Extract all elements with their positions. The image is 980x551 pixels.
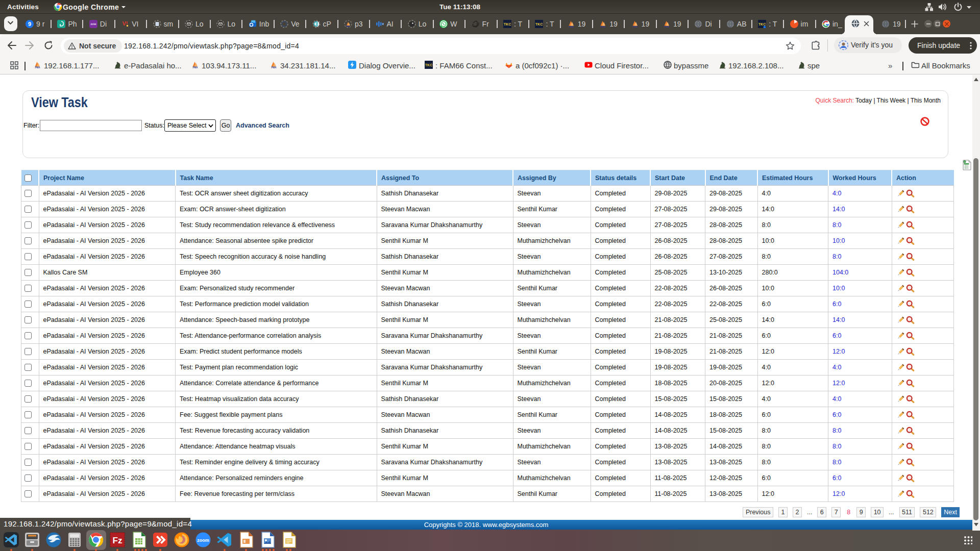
svg-text:TKC: TKC <box>535 22 543 26</box>
svg-text:TKC: TKC <box>425 63 432 67</box>
svg-text:dolat: dolat <box>90 22 96 26</box>
svg-text:PMA: PMA <box>346 26 350 28</box>
svg-text:Fz: Fz <box>113 536 122 545</box>
svg-text:PMA: PMA <box>601 26 606 28</box>
svg-text:PMA: PMA <box>35 66 40 69</box>
svg-text:zoom: zoom <box>197 538 209 543</box>
svg-text:PMA: PMA <box>632 26 638 28</box>
svg-text:TKC: TKC <box>504 22 511 26</box>
svg-text:TKC: TKC <box>758 22 766 26</box>
svg-text:9: 9 <box>28 21 31 27</box>
svg-text:PMA: PMA <box>665 26 670 28</box>
svg-text:PMA: PMA <box>192 66 198 69</box>
svg-text:PMA: PMA <box>271 66 277 69</box>
svg-text:PMA: PMA <box>569 26 574 28</box>
